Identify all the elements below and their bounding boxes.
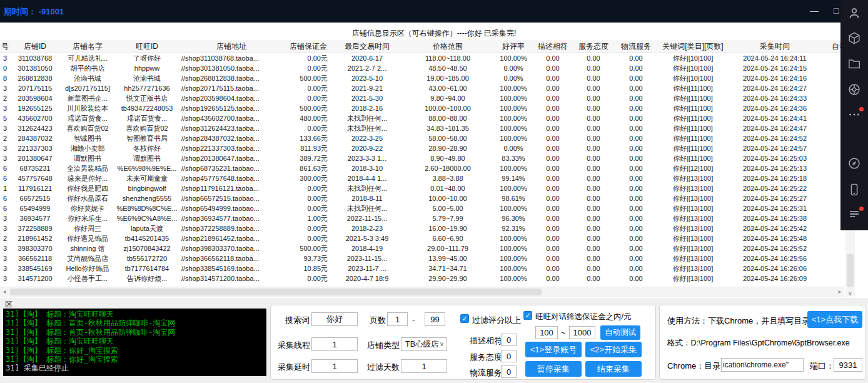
chrome-path-input[interactable] — [721, 358, 804, 372]
horizontal-scroll-thumb[interactable] — [10, 289, 542, 295]
table-row[interactable]: 8268812838沧渝书城沧渝书城//shop268812838.taoba.… — [0, 73, 857, 83]
deposit-min-input[interactable] — [535, 326, 558, 339]
horizontal-scrollbar[interactable]: ◂ ▸ — [0, 287, 844, 297]
table-cell: %E6%98%9E%E... — [115, 163, 179, 173]
table-row[interactable]: 3366562118艾尚靓饰品店tb556172720//shop3665621… — [0, 253, 857, 263]
pages-from-input[interactable] — [387, 312, 408, 326]
start-collect-button[interactable]: <2>开始采集 — [585, 342, 642, 357]
column-header[interactable]: 物流服务 — [614, 40, 658, 53]
column-header[interactable]: 店铺地址 — [179, 40, 284, 53]
filter-score-checkbox[interactable]: ✓ — [460, 314, 469, 323]
table-row[interactable]: 3314571200小怪兽手工...告诉你好烦...//shop31457120… — [0, 273, 857, 283]
cube-icon[interactable] — [847, 31, 861, 45]
table-cell: 0.00 — [533, 73, 573, 83]
table-row[interactable]: 2218961452你好遇见饰品tb4145201435//shop218961… — [0, 233, 857, 243]
column-header[interactable]: 描述相符 — [533, 40, 573, 53]
table-row[interactable]: 336934577你好米乐生...%E6%9C%A8%E...//shop369… — [0, 213, 857, 223]
column-header[interactable]: 店铺保证金 — [284, 40, 333, 53]
column-header[interactable]: 最后交易时间 — [333, 40, 401, 53]
pause-collect-button[interactable]: 暂停采集 — [525, 361, 582, 377]
table-row[interactable]: 3192655125川川胶装绘本tb493472248053//shop1926… — [0, 103, 857, 113]
column-header[interactable]: 店铺ID — [10, 40, 60, 53]
table-cell: //shop192655125.taoba... — [179, 103, 284, 113]
column-header[interactable]: 号 — [0, 40, 10, 53]
table-row[interactable]: 3207175115d[s207175115]hh2577271636//sho… — [0, 83, 857, 93]
port-input[interactable] — [834, 358, 862, 372]
maximize-button[interactable]: □ — [834, 6, 839, 16]
wheel-icon[interactable] — [847, 83, 861, 96]
table-row[interactable]: 3338545169Hello你好饰品tb7177614784//shop338… — [0, 263, 857, 273]
table-cell: 川川胶装绘本 — [60, 103, 115, 113]
table-row[interactable]: 1117916121你好我是肥四bingbingwolf//shop117916… — [0, 183, 857, 193]
table-row[interactable]: 668735231全洽男装精品%E6%98%9E%E...//shop68735… — [0, 163, 857, 173]
table-row[interactable]: 665494999你好莫妮卡%E8%8D%8C%E...//shop654949… — [0, 203, 857, 213]
table-row[interactable]: 3398303370shinning 馆zj15070843422//shop3… — [0, 243, 857, 253]
scroll-left-icon[interactable]: ◂ — [0, 288, 9, 295]
column-header[interactable]: 旺旺ID — [115, 40, 179, 53]
table-cell: 0.00 — [614, 93, 658, 103]
ww-filter-checkbox[interactable]: ✓ — [523, 311, 532, 320]
table-cell: 284387032 — [10, 133, 60, 143]
table-cell: 0.00% — [494, 73, 533, 83]
table-cell: 100.00% — [494, 203, 533, 213]
table-cell: 0.00 — [573, 183, 614, 193]
table-cell: 2 — [0, 93, 10, 103]
table-row[interactable]: 666572515你好水晶原石shenzheng5555//shop665725… — [0, 193, 857, 203]
desc-match-input[interactable] — [501, 334, 517, 346]
column-header[interactable]: 关键词[类目][页数] — [658, 40, 728, 53]
thread-input[interactable] — [311, 337, 358, 351]
shop-type-select[interactable]: TB心级店 ∨ — [401, 337, 447, 351]
minimize-button[interactable]: — — [810, 6, 819, 16]
login-account-button[interactable]: <1>登录账号 — [525, 342, 582, 357]
compass-icon[interactable] — [847, 156, 861, 170]
table-row[interactable]: 6457757648缘来是你好...未来可期童童//shop457757648.… — [0, 173, 857, 183]
folder-icon[interactable] — [847, 57, 861, 71]
stop-collect-button[interactable]: 结束采集 — [585, 361, 642, 377]
table-row[interactable]: 5435602700瑶诺百货食...瑶诺百货食...//shop43560270… — [0, 113, 857, 123]
table-row[interactable]: 2284387032智诚图书智图教育书局//shop284387032.taob… — [0, 133, 857, 143]
table-row[interactable]: 3221337303湘赣小卖部冬枝你好//shop221337303.taoba… — [0, 143, 857, 153]
table-cell: 861.63元 — [284, 163, 333, 173]
column-header[interactable]: 店铺名字 — [60, 40, 115, 53]
console-line: 31]【淘】 标题：你好_淘宝搜索 — [6, 355, 264, 364]
column-header[interactable]: 好评率 — [494, 40, 533, 53]
table-row[interactable]: 3312624423喜欢购百货02喜欢购百货02//shop312624423.… — [0, 123, 857, 133]
column-header[interactable]: 价格范围 — [401, 40, 494, 53]
delay-input[interactable] — [311, 359, 358, 373]
table-row[interactable]: 2203598604新華图书企...悦文正版书店//shop203598604.… — [0, 93, 857, 103]
console-line: 31] 采集已经停止 — [6, 364, 264, 372]
table-cell: 0.00 — [533, 53, 573, 64]
table-cell: 2024-05-24 16:25:27 — [728, 193, 822, 203]
table-cell: 3 — [0, 253, 10, 263]
table-cell: 0.00元 — [284, 83, 333, 93]
phone-icon[interactable] — [847, 183, 861, 197]
table-row[interactable]: 3372258889你好周三laputa天渡//shop372258889.ta… — [0, 223, 857, 233]
search-input[interactable] — [311, 312, 358, 326]
table-row[interactable]: 3201380647谓默图书谓默图书//shop201380647.taoba.… — [0, 153, 857, 163]
table-cell: 1.00元 — [284, 213, 333, 223]
table-cell: 2022-11-15... — [333, 213, 401, 223]
table-row[interactable]: 3311038768可儿精选礼...了呀你好//shop311038768.ta… — [0, 53, 857, 64]
service-attitude-input[interactable] — [501, 350, 517, 362]
column-header[interactable]: 采集时间 — [728, 40, 822, 53]
vertical-scroll-thumb[interactable] — [847, 254, 854, 287]
pages-to-input[interactable] — [425, 312, 445, 326]
table-cell: 2024-05-24 16:25:22 — [728, 183, 822, 193]
table-cell: 2 — [0, 233, 10, 243]
table-row[interactable]: 0301381050胡平的书店hhppww//shop301381050.tao… — [0, 63, 857, 73]
table-cell: 0.00 — [614, 213, 658, 223]
scroll-down-icon[interactable]: ∨ — [845, 290, 855, 297]
more-icon[interactable] — [847, 108, 861, 121]
logistics-input[interactable] — [501, 365, 517, 378]
download-chrome-button[interactable]: <1>点我下载 — [807, 311, 862, 328]
table-cell: 88.00~88.00 — [401, 113, 494, 123]
table-cell: 366562118 — [10, 253, 60, 263]
user-icon[interactable] — [847, 6, 861, 20]
table-cell: 0.00元 — [284, 53, 333, 64]
filter-days-input[interactable] — [401, 359, 447, 373]
column-header[interactable]: 服务态度 — [573, 40, 614, 53]
menu-icon[interactable] — [847, 207, 861, 221]
auto-test-button[interactable]: 自动测试 — [600, 325, 640, 340]
scroll-right-icon[interactable]: ▸ — [835, 288, 844, 295]
deposit-max-input[interactable] — [569, 326, 595, 339]
